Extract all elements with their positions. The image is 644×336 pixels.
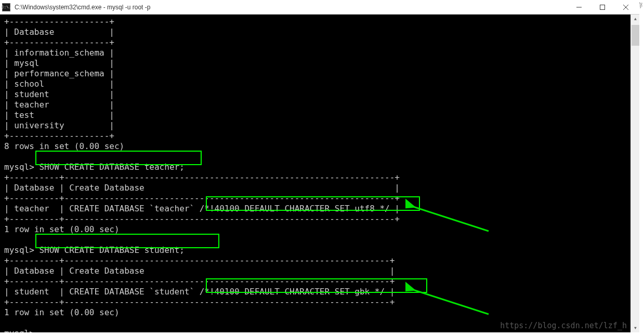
window-controls [567,0,637,15]
scrollbar-down-arrow-icon[interactable]: ▼ [632,324,639,332]
watermark-text: https://blog.csdn.net/lzf_h [500,321,627,330]
vertical-scrollbar[interactable]: ▲ ▼ [630,15,639,332]
svg-rect-1 [600,5,604,9]
minimize-button[interactable] [567,0,590,15]
terminal-container: +--------------------+ | Database | +---… [0,15,639,332]
terminal-output[interactable]: +--------------------+ | Database | +---… [0,15,630,332]
close-button[interactable] [614,0,637,15]
window-title: C:\Windows\system32\cmd.exe - mysql -u r… [15,4,567,11]
cmd-icon: C:\. [2,3,10,11]
scrollbar-up-arrow-icon[interactable]: ▲ [632,15,639,23]
scrollbar-thumb[interactable] [632,25,639,46]
maximize-button[interactable] [590,0,614,15]
cmd-window: C:\. C:\Windows\system32\cmd.exe - mysql… [0,0,639,332]
titlebar[interactable]: C:\. C:\Windows\system32\cmd.exe - mysql… [0,0,639,15]
